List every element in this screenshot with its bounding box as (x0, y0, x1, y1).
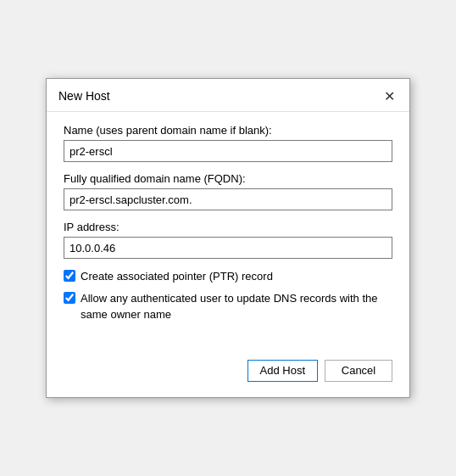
dialog-body: Name (uses parent domain name if blank):… (47, 112, 409, 343)
ptr-label[interactable]: Create associated pointer (PTR) record (81, 269, 273, 284)
cancel-button[interactable]: Cancel (325, 360, 392, 382)
dialog-title: New Host (58, 89, 110, 103)
name-field-group: Name (uses parent domain name if blank): (64, 124, 392, 162)
fqdn-field-group: Fully qualified domain name (FQDN): (64, 172, 392, 210)
ptr-checkbox[interactable] (64, 270, 75, 282)
close-button[interactable]: ✕ (381, 87, 398, 104)
ptr-checkbox-group: Create associated pointer (PTR) record (64, 269, 392, 284)
add-host-button[interactable]: Add Host (247, 360, 318, 382)
ip-input[interactable] (64, 237, 392, 259)
auth-checkbox[interactable] (64, 292, 75, 304)
ip-field-group: IP address: (64, 221, 392, 259)
fqdn-label: Fully qualified domain name (FQDN): (64, 172, 392, 185)
name-input[interactable] (64, 140, 392, 162)
title-bar: New Host ✕ (47, 79, 409, 111)
auth-label[interactable]: Allow any authenticated user to update D… (81, 291, 392, 322)
name-label: Name (uses parent domain name if blank): (64, 124, 392, 137)
ip-label: IP address: (64, 221, 392, 233)
fqdn-input[interactable] (64, 188, 392, 210)
new-host-dialog: New Host ✕ Name (uses parent domain name… (46, 78, 410, 398)
auth-checkbox-group: Allow any authenticated user to update D… (64, 291, 392, 322)
dialog-footer: Add Host Cancel (47, 343, 409, 397)
